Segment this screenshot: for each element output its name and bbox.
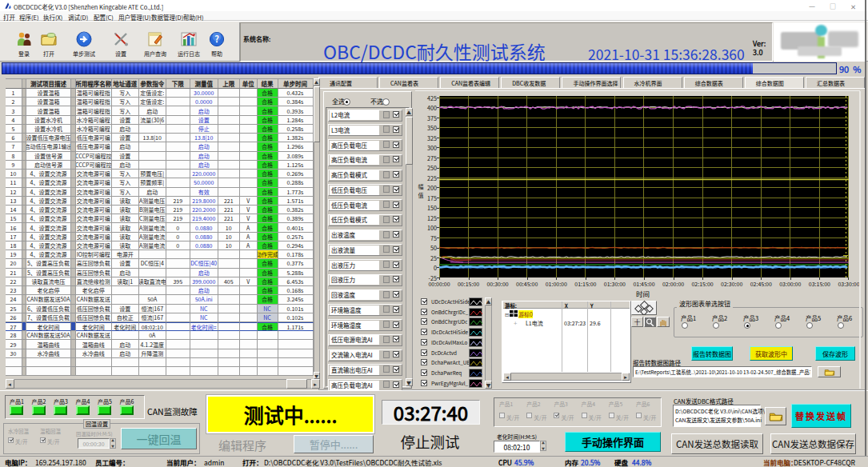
svg-text:?: ? — [214, 32, 218, 45]
